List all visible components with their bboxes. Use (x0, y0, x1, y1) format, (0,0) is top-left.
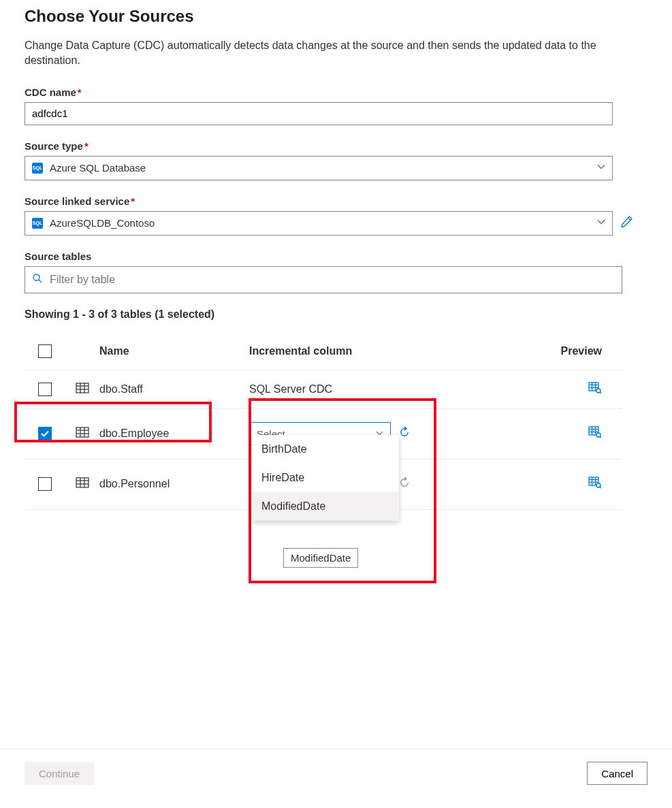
cancel-button[interactable]: Cancel (587, 762, 647, 785)
footer: Continue Cancel (0, 749, 672, 797)
required-indicator: * (78, 86, 82, 98)
dropdown-option[interactable]: BirthDate (252, 435, 399, 464)
select-all-checkbox[interactable] (38, 344, 52, 358)
svg-rect-26 (76, 478, 89, 487)
cdc-name-input[interactable] (25, 102, 613, 125)
preview-icon[interactable] (588, 382, 602, 394)
source-tables-table: Name Incremental column Preview dbo.Staf… (25, 333, 622, 510)
source-type-select[interactable]: SQL Azure SQL Database (25, 156, 613, 180)
source-type-value: Azure SQL Database (50, 162, 597, 174)
dropdown-option[interactable]: ModifiedDate (252, 492, 399, 521)
chevron-down-icon (597, 218, 605, 228)
svg-point-0 (33, 274, 39, 280)
table-name: dbo.Personnel (99, 478, 249, 490)
sql-database-icon: SQL (32, 163, 43, 174)
row-checkbox[interactable] (38, 427, 52, 440)
incremental-value: SQL Server CDC (249, 383, 549, 395)
svg-line-37 (600, 487, 601, 488)
source-type-label: Source type* (25, 140, 647, 152)
preview-icon[interactable] (588, 476, 602, 489)
column-header-name: Name (99, 345, 249, 357)
continue-button[interactable]: Continue (25, 762, 94, 785)
source-tables-label: Source tables (25, 251, 647, 262)
svg-rect-2 (76, 383, 89, 393)
refresh-icon[interactable] (398, 425, 411, 442)
showing-count: Showing 1 - 3 of 3 tables (1 selected) (25, 308, 647, 321)
linked-service-label: Source linked service* (25, 195, 647, 207)
tooltip: ModifiedDate (283, 548, 358, 568)
search-icon (32, 273, 43, 286)
svg-line-25 (600, 436, 601, 438)
row-checkbox[interactable] (38, 383, 52, 396)
svg-line-1 (39, 280, 42, 282)
table-icon (76, 383, 89, 396)
required-indicator: * (84, 140, 89, 152)
table-icon (76, 477, 89, 491)
linked-service-select[interactable]: SQL AzureSQLDB_Contoso (25, 211, 613, 236)
preview-icon[interactable] (588, 426, 602, 438)
required-indicator: * (131, 195, 135, 207)
linked-service-value: AzureSQLDB_Contoso (50, 217, 597, 229)
table-header: Name Incremental column Preview (25, 333, 622, 371)
table-name: dbo.Employee (99, 427, 249, 440)
refresh-icon[interactable] (398, 476, 411, 492)
edit-icon[interactable] (620, 215, 633, 231)
incremental-column-dropdown: BirthDate HireDate ModifiedDate (252, 435, 399, 521)
table-row: dbo.Staff SQL Server CDC (25, 371, 622, 409)
filter-tables-search[interactable] (25, 266, 622, 293)
sql-database-icon: SQL (32, 218, 43, 229)
dropdown-option[interactable]: HireDate (252, 464, 399, 492)
chevron-down-icon (597, 163, 605, 173)
column-header-preview: Preview (549, 345, 622, 357)
svg-rect-14 (76, 427, 89, 437)
cdc-name-label: CDC name* (25, 86, 647, 98)
table-name: dbo.Staff (99, 383, 249, 395)
svg-line-13 (600, 392, 601, 393)
table-icon (76, 427, 89, 440)
row-checkbox[interactable] (38, 477, 52, 491)
filter-tables-input[interactable] (48, 273, 615, 287)
page-title: Choose Your Sources (25, 7, 647, 26)
page-description: Change Data Capture (CDC) automatically … (25, 38, 647, 69)
column-header-incremental: Incremental column (249, 345, 549, 357)
